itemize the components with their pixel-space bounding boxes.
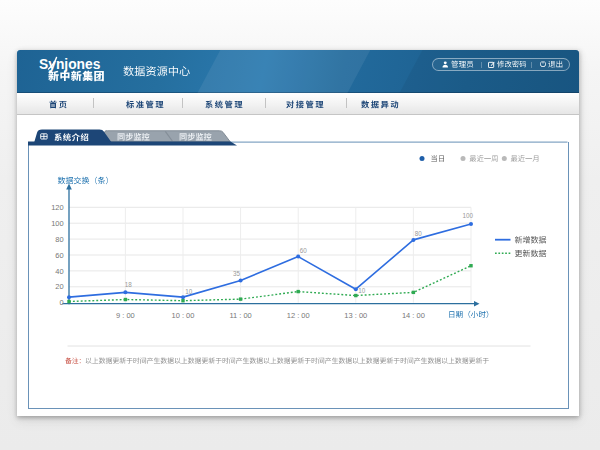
svg-text:60: 60	[55, 251, 63, 260]
svg-text:18: 18	[124, 281, 132, 288]
svg-text:9 : 00: 9 : 00	[116, 311, 135, 320]
svg-text:12 : 00: 12 : 00	[286, 311, 309, 320]
svg-text:20: 20	[55, 282, 63, 291]
svg-text:100: 100	[462, 212, 473, 219]
svg-text:100: 100	[51, 219, 64, 228]
svg-text:35: 35	[233, 270, 241, 277]
svg-text:40: 40	[55, 267, 63, 276]
svg-text:14 : 00: 14 : 00	[401, 311, 424, 320]
svg-text:11 : 00: 11 : 00	[229, 311, 251, 320]
svg-text:60: 60	[299, 247, 307, 254]
svg-text:120: 120	[51, 203, 64, 212]
svg-text:13 : 00: 13 : 00	[344, 311, 367, 320]
svg-text:80: 80	[414, 230, 422, 237]
svg-text:10: 10	[185, 288, 193, 295]
svg-text:10: 10	[358, 287, 366, 294]
svg-text:0: 0	[59, 298, 63, 307]
svg-text:10 : 00: 10 : 00	[171, 311, 194, 320]
svg-text:80: 80	[55, 235, 63, 244]
